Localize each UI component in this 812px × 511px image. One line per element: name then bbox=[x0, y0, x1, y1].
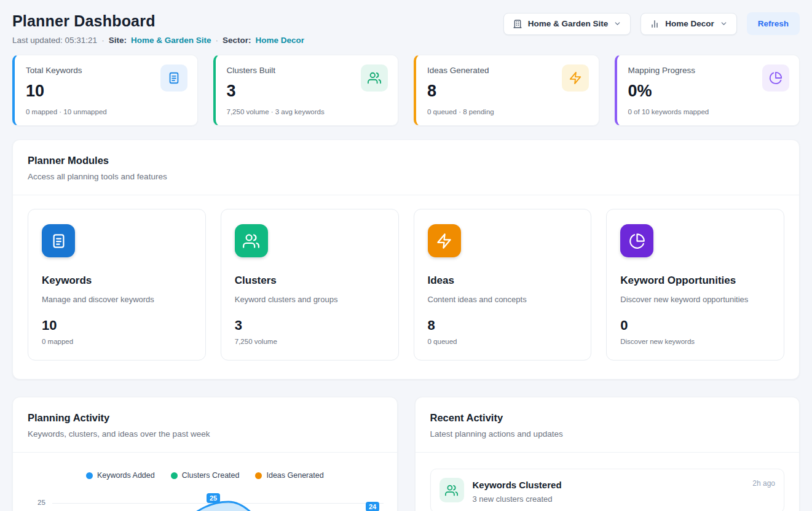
recent-activity-title: Recent Activity bbox=[430, 412, 785, 424]
activity-list: Keywords Clustered 3 new clusters create… bbox=[416, 453, 800, 511]
planning-activity-title: Planning Activity bbox=[28, 412, 382, 424]
module-description: Manage and discover keywords bbox=[42, 295, 192, 304]
modules-panel-title: Planner Modules bbox=[28, 155, 784, 166]
chevron-down-icon bbox=[720, 20, 728, 28]
module-title: Clusters bbox=[235, 275, 385, 287]
bar-chart-icon bbox=[650, 19, 660, 29]
recent-activity-panel: Recent Activity Latest planning actions … bbox=[415, 397, 800, 511]
activity-item-body: Keywords Clustered 3 new clusters create… bbox=[473, 478, 562, 504]
chevron-down-icon bbox=[613, 20, 621, 28]
module-value: 3 bbox=[235, 318, 385, 334]
header-title-block: Planner Dashboard Last updated: 05:31:21… bbox=[12, 12, 304, 45]
data-point-label: 25 bbox=[207, 493, 220, 503]
module-card-clusters[interactable]: Clusters Keyword clusters and groups 3 7… bbox=[221, 209, 399, 361]
module-card-ideas[interactable]: Ideas Content ideas and concepts 8 0 que… bbox=[414, 209, 592, 361]
sector-selector-dropdown[interactable]: Home Decor bbox=[641, 13, 737, 35]
recent-activity-header: Recent Activity Latest planning actions … bbox=[416, 397, 800, 453]
users-icon bbox=[440, 478, 464, 502]
module-sub: 0 mapped bbox=[42, 338, 192, 345]
modules-panel-subtitle: Access all planning tools and features bbox=[28, 172, 784, 181]
legend-dot-orange bbox=[255, 472, 262, 479]
site-selector-dropdown[interactable]: Home & Garden Site bbox=[503, 13, 631, 35]
module-description: Keyword clusters and groups bbox=[235, 295, 385, 304]
activity-item-keywords-clustered[interactable]: Keywords Clustered 3 new clusters create… bbox=[430, 469, 785, 511]
module-sub: Discover new keywords bbox=[620, 338, 770, 345]
site-selector-value: Home & Garden Site bbox=[528, 19, 609, 28]
activity-description: 3 new clusters created bbox=[473, 494, 562, 504]
activity-title: Keywords Clustered bbox=[473, 480, 562, 490]
module-card-keywords[interactable]: Keywords Manage and discover keywords 10… bbox=[28, 209, 206, 361]
legend-item-ideas-generated: Ideas Generated bbox=[255, 471, 323, 480]
legend-item-clusters-created: Clusters Created bbox=[171, 471, 240, 480]
zap-icon bbox=[562, 64, 589, 92]
y-axis-tick: 25 bbox=[37, 499, 45, 506]
meta-separator: · bbox=[101, 36, 104, 45]
module-sub: 7,250 volume bbox=[235, 338, 385, 345]
meta-separator: · bbox=[215, 36, 218, 45]
header-controls: Home & Garden Site Home Decor Refresh bbox=[503, 12, 800, 35]
stat-sub: 0 mapped · 10 unmapped bbox=[26, 108, 186, 115]
module-value: 8 bbox=[428, 318, 578, 334]
stat-sub: 0 of 10 keywords mapped bbox=[628, 108, 789, 115]
page-meta: Last updated: 05:31:21 · Site: Home & Ga… bbox=[12, 36, 304, 45]
modules-panel-header: Planner Modules Access all planning tool… bbox=[13, 140, 799, 195]
legend-dot-blue bbox=[86, 472, 93, 479]
module-value: 10 bbox=[42, 318, 192, 334]
stat-card-total-keywords: Total Keywords 10 0 mapped · 10 unmapped bbox=[12, 55, 198, 126]
sector-selector-value: Home Decor bbox=[665, 19, 714, 28]
document-icon bbox=[42, 224, 75, 257]
stat-card-clusters-built: Clusters Built 3 7,250 volume · 3 avg ke… bbox=[213, 55, 399, 126]
page-title: Planner Dashboard bbox=[12, 12, 304, 30]
sector-label: Sector: bbox=[223, 36, 251, 45]
planner-dashboard-page: Planner Dashboard Last updated: 05:31:21… bbox=[0, 0, 812, 511]
module-sub: 0 queued bbox=[428, 338, 578, 345]
module-title: Keywords bbox=[42, 275, 192, 287]
module-description: Content ideas and concepts bbox=[428, 295, 578, 304]
refresh-button[interactable]: Refresh bbox=[747, 12, 800, 35]
planner-modules-panel: Planner Modules Access all planning tool… bbox=[12, 139, 800, 380]
recent-activity-subtitle: Latest planning actions and updates bbox=[430, 429, 785, 439]
module-card-keyword-opportunities[interactable]: Keyword Opportunities Discover new keywo… bbox=[606, 209, 784, 361]
module-value: 0 bbox=[620, 318, 770, 334]
module-title: Ideas bbox=[428, 275, 578, 287]
planning-activity-subtitle: Keywords, clusters, and ideas over the p… bbox=[28, 429, 382, 439]
stat-card-mapping-progress: Mapping Progress 0% 0 of 10 keywords map… bbox=[615, 55, 800, 126]
planning-activity-header: Planning Activity Keywords, clusters, an… bbox=[13, 397, 397, 453]
stat-card-ideas-generated: Ideas Generated 8 0 queued · 8 pending bbox=[414, 55, 599, 126]
modules-grid: Keywords Manage and discover keywords 10… bbox=[13, 195, 799, 379]
bottom-row: Planning Activity Keywords, clusters, an… bbox=[12, 397, 800, 511]
stat-sub: 7,250 volume · 3 avg keywords bbox=[227, 108, 387, 115]
legend-dot-green bbox=[171, 472, 178, 479]
legend-label: Ideas Generated bbox=[266, 471, 323, 480]
pie-chart-icon bbox=[762, 64, 789, 92]
users-icon bbox=[235, 224, 268, 257]
module-title: Keyword Opportunities bbox=[620, 275, 770, 287]
stat-sub: 0 queued · 8 pending bbox=[427, 108, 588, 115]
chart-legend: Keywords Added Clusters Created Ideas Ge… bbox=[13, 471, 397, 480]
legend-label: Clusters Created bbox=[182, 471, 240, 480]
users-icon bbox=[361, 64, 388, 92]
building-icon bbox=[513, 19, 522, 29]
pie-chart-icon bbox=[620, 224, 653, 257]
site-link[interactable]: Home & Garden Site bbox=[131, 36, 211, 45]
page-header: Planner Dashboard Last updated: 05:31:21… bbox=[12, 12, 800, 45]
last-updated-text: Last updated: 05:31:21 bbox=[12, 36, 97, 45]
planning-activity-panel: Planning Activity Keywords, clusters, an… bbox=[12, 397, 398, 511]
site-label: Site: bbox=[109, 36, 127, 45]
activity-timestamp: 2h ago bbox=[752, 479, 775, 488]
planning-activity-chart: 25 25 24 bbox=[23, 487, 387, 511]
document-icon bbox=[160, 64, 187, 92]
legend-item-keywords-added: Keywords Added bbox=[86, 471, 155, 480]
legend-label: Keywords Added bbox=[97, 471, 155, 480]
data-point-label: 24 bbox=[366, 502, 379, 511]
zap-icon bbox=[428, 224, 461, 257]
sector-link[interactable]: Home Decor bbox=[255, 36, 304, 45]
stats-row: Total Keywords 10 0 mapped · 10 unmapped… bbox=[12, 55, 800, 126]
module-description: Discover new keyword opportunities bbox=[620, 295, 770, 304]
